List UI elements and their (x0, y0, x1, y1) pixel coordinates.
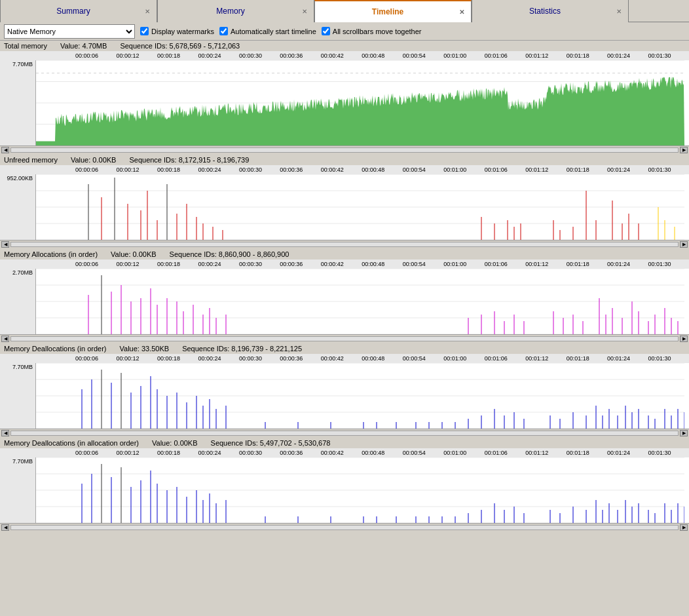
scroll-left[interactable]: ◀ (1, 430, 9, 436)
scroll-right[interactable]: ▶ (680, 336, 688, 342)
scroll-track[interactable] (10, 242, 679, 247)
chart-seq-unfreed-memory: Sequence IDs: 8,172,915 - 8,196,739 (129, 156, 249, 164)
display-watermarks-checkbox[interactable] (140, 27, 149, 35)
tick-label: 00:01:18 (567, 166, 607, 173)
tabs-bar: Summary ✕ Memory ✕ Timeline ✕ Statistics… (0, 0, 689, 22)
tick-label: 00:01:30 (648, 261, 689, 267)
chart-value-memory-alloc-order: Value: 0.00KB (111, 250, 157, 258)
tick-label: 00:01:30 (648, 450, 689, 456)
tick-label: 00:00:54 (403, 261, 443, 267)
scrollbars-move-together-label: All scrollbars move together (333, 28, 422, 35)
chart-canvas-unfreed-memory (36, 174, 684, 240)
tick-label: 00:00:12 (116, 450, 157, 456)
tick-label: 00:00:06 (75, 261, 116, 267)
chart-canvas-memory-dealloc-order (36, 363, 684, 429)
yaxis-max: 7.70MB (12, 459, 33, 465)
tick-label: 00:00:36 (280, 261, 320, 267)
tick-label: 00:01:06 (485, 450, 525, 456)
tick-label: 00:01:06 (485, 261, 525, 267)
scroll-left[interactable]: ◀ (1, 147, 9, 153)
tick-label: 00:01:06 (485, 52, 525, 59)
tick-label: 00:00:36 (280, 355, 320, 362)
tick-label: 00:01:00 (443, 355, 484, 362)
tick-label: 00:00:54 (403, 355, 443, 362)
tick-label: 00:00:30 (239, 261, 280, 267)
chart-unfreed-memory: Unfreed memory Value: 0.00KB Sequence ID… (0, 155, 689, 249)
auto-start-timeline-label: Automatically start timeline (231, 28, 316, 35)
tick-label: 00:00:42 (321, 52, 362, 59)
tab-statistics[interactable]: Statistics ✕ (472, 0, 629, 22)
tick-label: 00:00:54 (403, 166, 443, 173)
chart-memory-dealloc-alloc-order: Memory Deallocations (in allocation orde… (0, 438, 689, 532)
chart-canvas-total-memory (36, 60, 684, 145)
scroll-track[interactable] (10, 336, 679, 341)
tab-close-memory[interactable]: ✕ (302, 8, 307, 15)
tick-label: 00:00:30 (239, 450, 280, 456)
tick-label: 00:00:42 (321, 166, 362, 173)
chart-seq-total-memory: Sequence IDs: 5,678,569 - 5,712,063 (120, 42, 240, 50)
tick-label: 00:01:18 (567, 261, 607, 267)
tick-label: 00:01:24 (607, 166, 648, 173)
tick-label: 00:01:00 (443, 52, 484, 59)
tick-label: 00:00:06 (75, 355, 116, 362)
tab-close-summary[interactable]: ✕ (145, 8, 150, 15)
chart-total-memory: Total memory Value: 4.70MB Sequence IDs:… (0, 41, 689, 155)
tick-label: 00:00:06 (75, 166, 116, 173)
tick-label: 00:00:30 (239, 52, 280, 59)
chart-memory-dealloc-order: Memory Deallocations (in order) Value: 3… (0, 343, 689, 438)
tick-label: 00:00:30 (239, 355, 280, 362)
tick-label: 00:00:06 (75, 450, 116, 456)
tick-label: 00:00:24 (198, 261, 238, 267)
tick-label: 00:00:18 (157, 261, 198, 267)
tab-timeline[interactable]: Timeline ✕ (314, 0, 472, 22)
tick-label: 00:00:42 (321, 261, 362, 267)
scroll-track[interactable] (10, 525, 679, 530)
chart-title-memory-dealloc-order: Memory Deallocations (in order) (4, 345, 107, 353)
scroll-track[interactable] (10, 147, 679, 153)
tick-label: 00:01:18 (567, 52, 607, 59)
tick-label: 00:00:48 (362, 450, 402, 456)
auto-start-timeline-checkbox[interactable] (219, 27, 228, 35)
tick-label: 00:00:54 (403, 450, 443, 456)
scroll-right[interactable]: ▶ (680, 147, 688, 153)
scroll-left[interactable]: ◀ (1, 336, 9, 342)
chart-canvas-memory-dealloc-alloc-order (36, 457, 684, 523)
chart-value-total-memory: Value: 4.70MB (60, 42, 107, 50)
scroll-right[interactable]: ▶ (680, 524, 688, 531)
scroll-right[interactable]: ▶ (680, 241, 688, 248)
yaxis-max: 7.70MB (12, 62, 33, 67)
tick-label: 00:00:30 (239, 166, 280, 173)
tick-label: 00:01:30 (648, 166, 689, 173)
native-memory-dropdown[interactable]: Native Memory (4, 24, 135, 39)
tick-label: 00:01:00 (443, 450, 484, 456)
tick-label: 00:01:24 (607, 261, 648, 267)
tick-label: 00:00:48 (362, 166, 402, 173)
tick-label: 00:00:48 (362, 355, 402, 362)
tab-summary[interactable]: Summary ✕ (0, 0, 157, 22)
tick-label: 00:00:54 (403, 52, 443, 59)
tick-label: 00:01:12 (525, 355, 566, 362)
chart-seq-memory-dealloc-order: Sequence IDs: 8,196,739 - 8,221,125 (182, 345, 302, 353)
chart-memory-alloc-order: Memory Allocations (in order) Value: 0.0… (0, 249, 689, 343)
tick-label: 00:00:36 (280, 450, 320, 456)
scroll-right[interactable]: ▶ (680, 430, 688, 436)
tick-label: 00:00:24 (198, 166, 238, 173)
chart-canvas-memory-alloc-order (36, 269, 684, 334)
toolbar: Native Memory Display watermarks Automat… (0, 22, 689, 41)
tick-label: 00:00:42 (321, 355, 362, 362)
chart-title-total-memory: Total memory (4, 42, 47, 50)
tab-memory[interactable]: Memory ✕ (157, 0, 314, 22)
scrollbars-move-together-checkbox[interactable] (322, 27, 330, 35)
tick-label: 00:00:12 (116, 166, 157, 173)
tick-label: 00:00:06 (75, 52, 116, 59)
display-watermarks-label: Display watermarks (151, 28, 214, 35)
tick-label: 00:00:12 (116, 261, 157, 267)
tab-close-statistics[interactable]: ✕ (616, 8, 622, 15)
charts-container: Total memory Value: 4.70MB Sequence IDs:… (0, 41, 689, 616)
tick-label: 00:00:18 (157, 355, 198, 362)
scroll-track[interactable] (10, 431, 679, 436)
tab-close-timeline[interactable]: ✕ (459, 9, 464, 16)
scroll-left[interactable]: ◀ (1, 524, 9, 531)
scroll-left[interactable]: ◀ (1, 241, 9, 248)
tick-label: 00:01:24 (607, 52, 648, 59)
